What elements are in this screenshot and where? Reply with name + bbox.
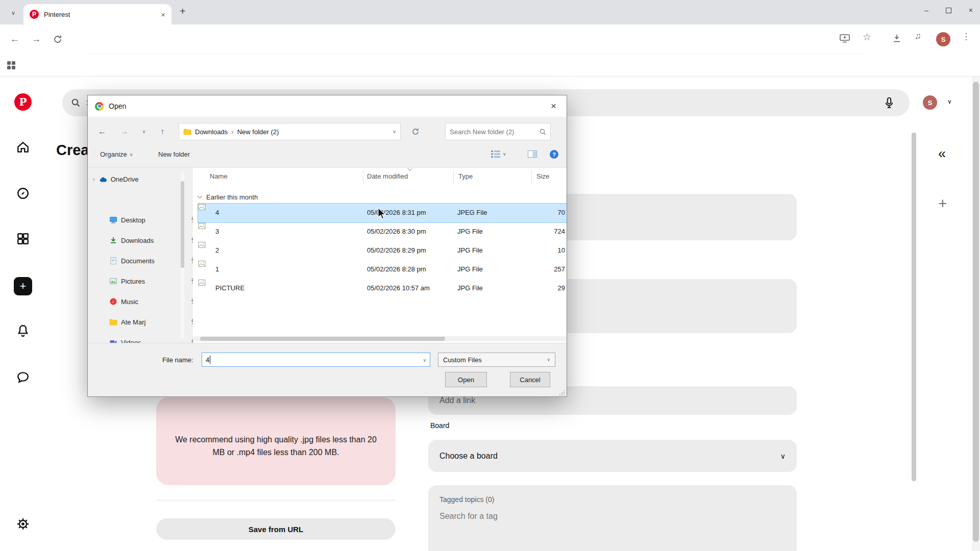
account-chevron-icon[interactable]: ∨	[947, 98, 952, 105]
messages-icon[interactable]	[16, 370, 30, 386]
cancel-button[interactable]: Cancel	[510, 372, 550, 387]
dialog-close-icon[interactable]: ×	[548, 101, 559, 112]
column-header-type[interactable]: Type	[458, 172, 473, 180]
preview-pane-button[interactable]	[528, 151, 537, 158]
breadcrumb[interactable]: Downloads › New folder (2) ∨	[179, 123, 401, 140]
home-icon[interactable]	[16, 141, 30, 156]
views-chevron-icon: ∨	[503, 152, 506, 157]
tag-search-placeholder: Search for a tag	[439, 512, 786, 521]
pinterest-favicon-icon: P	[30, 10, 39, 19]
dialog-refresh-button[interactable]	[408, 124, 423, 139]
notifications-bell-icon[interactable]	[16, 324, 30, 339]
new-folder-button[interactable]: New folder	[158, 151, 190, 158]
forward-button[interactable]: →	[29, 32, 44, 47]
recommendation-text: We recommend using high quality .jpg fil…	[171, 433, 381, 459]
horizontal-scrollbar-thumb[interactable]	[200, 337, 445, 341]
breadcrumb-root[interactable]: Downloads	[195, 128, 228, 136]
dialog-back-button[interactable]: ←	[95, 124, 109, 139]
pinterest-logo-icon[interactable]: P	[14, 93, 32, 111]
file-name-label: File name:	[162, 356, 193, 364]
pictures-icon	[109, 277, 117, 285]
tagged-topics-field[interactable]: Tagged topics (0) Search for a tag	[428, 485, 797, 551]
tab-title: Pinterest	[44, 11, 156, 18]
filename-combo-chevron-icon[interactable]: ∨	[423, 358, 426, 363]
microphone-icon[interactable]	[884, 97, 895, 111]
dialog-footer: File name: 4 ∨ Custom Files ∨ Open Cance…	[88, 343, 567, 397]
column-header-size[interactable]: Size	[536, 172, 549, 180]
tagged-topics-label: Tagged topics (0)	[439, 495, 786, 504]
folder-icon	[109, 318, 117, 325]
organize-menu[interactable]: Organize∨	[100, 151, 133, 158]
dialog-up-button[interactable]: ↑	[155, 124, 169, 139]
create-icon[interactable]: +	[14, 277, 32, 295]
column-header-name[interactable]: Name	[210, 172, 228, 180]
back-button[interactable]: ←	[7, 32, 22, 47]
file-row-2[interactable]: 2 05/02/2026 8:29 pm JPG File 10	[198, 241, 567, 260]
column-header-date[interactable]: Date modified	[367, 172, 408, 180]
bookmark-star-icon[interactable]: ☆	[863, 31, 871, 43]
divider	[156, 500, 396, 500]
expand-chevron-icon[interactable]: ›	[93, 176, 95, 182]
file-row-3[interactable]: 3 05/02/2026 8:30 pm JPG File 724	[198, 222, 567, 241]
recent-locations-chevron-icon[interactable]: ∨	[137, 124, 151, 139]
list-view-icon	[491, 151, 500, 158]
add-panel-icon[interactable]: +	[938, 195, 947, 212]
dialog-toolbar: Organize∨ New folder ∨ ?	[88, 144, 567, 168]
page-scrollbar[interactable]	[972, 77, 980, 551]
collapse-panel-icon[interactable]: «	[938, 146, 946, 162]
tab-search-chevron-icon[interactable]: ∨	[7, 7, 19, 19]
choose-board-label: Choose a board	[439, 452, 780, 461]
choose-board-dropdown[interactable]: Choose a board ∨	[428, 440, 797, 472]
file-type-dropdown[interactable]: Custom Files ∨	[438, 353, 555, 367]
sidebar-item-onedrive[interactable]: › OneDrive	[93, 171, 180, 187]
panel-scrollbar[interactable]	[912, 133, 916, 481]
browser-menu-icon[interactable]: ⋮	[962, 31, 970, 42]
file-row-1[interactable]: 1 05/02/2026 8:28 pm JPG File 257	[198, 260, 567, 279]
file-row-picture[interactable]: PICTURE 05/02/2026 10:57 am JPG File 29	[198, 279, 567, 298]
file-name-input[interactable]: 4 ∨	[202, 353, 430, 367]
sidebar-scrollbar-thumb[interactable]	[181, 181, 184, 268]
minimize-button[interactable]: –	[924, 6, 928, 14]
file-list-header: Name Date modified Type Size	[193, 168, 567, 185]
apps-grid-icon[interactable]	[7, 61, 15, 69]
window-close-button[interactable]: ×	[969, 6, 973, 14]
help-button[interactable]: ?	[550, 150, 558, 159]
breadcrumb-current[interactable]: New folder (2)	[237, 128, 279, 136]
boards-icon[interactable]	[16, 232, 30, 247]
resize-grip[interactable]	[558, 389, 565, 396]
preview-pane-icon	[528, 151, 537, 158]
refresh-icon	[53, 35, 62, 44]
dialog-forward-button[interactable]: →	[117, 124, 132, 139]
board-label: Board	[430, 421, 449, 430]
install-app-icon[interactable]	[840, 34, 850, 45]
folder-icon	[183, 128, 191, 135]
file-row-4[interactable]: 4 05/02/2026 8:31 pm JPEG File 70	[198, 204, 567, 222]
refresh-button[interactable]	[50, 32, 65, 47]
dialog-title: Open	[109, 102, 543, 110]
view-options-button[interactable]: ∨	[491, 151, 506, 158]
page-scrollbar-thumb[interactable]	[973, 82, 979, 542]
settings-gear-icon[interactable]	[16, 517, 30, 533]
address-dropdown-chevron-icon[interactable]: ∨	[393, 129, 396, 134]
new-tab-button[interactable]: +	[180, 6, 186, 17]
save-from-url-button[interactable]: Save from URL	[156, 518, 396, 540]
browser-profile-avatar[interactable]: S	[936, 32, 950, 46]
image-file-icon	[198, 241, 206, 248]
maximize-button[interactable]	[946, 8, 951, 13]
pinterest-avatar[interactable]: S	[923, 95, 937, 110]
horizontal-scrollbar[interactable]	[193, 336, 567, 341]
tab-close-icon[interactable]: ×	[161, 10, 165, 19]
onedrive-cloud-icon	[99, 176, 107, 182]
sidebar-scrollbar[interactable]	[181, 172, 184, 339]
browser-tab-pinterest[interactable]: P Pinterest ×	[23, 4, 172, 24]
organize-chevron-icon: ∨	[130, 152, 133, 157]
media-controls-icon[interactable]: ♫	[915, 31, 921, 41]
explore-icon[interactable]	[16, 187, 30, 202]
sort-chevron-icon	[408, 168, 412, 170]
board-chevron-icon: ∨	[780, 452, 786, 460]
open-button[interactable]: Open	[445, 372, 487, 387]
downloads-icon[interactable]	[892, 34, 901, 45]
group-header[interactable]: Earlier this month	[193, 191, 258, 204]
dialog-search-box[interactable]: Search New folder (2)	[445, 123, 551, 140]
dialog-titlebar[interactable]: Open ×	[88, 95, 567, 117]
